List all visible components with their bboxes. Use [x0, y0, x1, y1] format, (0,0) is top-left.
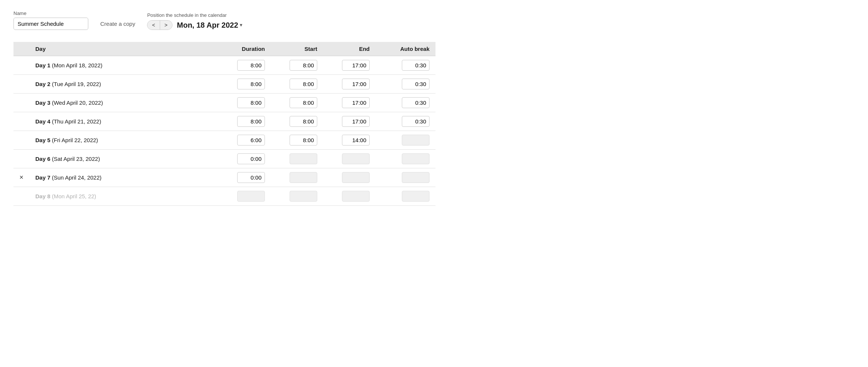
auto-break-input: [402, 135, 430, 146]
create-copy-link[interactable]: Create a copy: [100, 21, 135, 30]
page-container: Name Create a copy Position the schedule…: [0, 0, 449, 216]
row-icon-cell: [13, 150, 30, 168]
day-date: (Mon April 25, 22): [51, 193, 97, 199]
day-date: (Thu April 21, 2022): [51, 118, 101, 125]
date-picker-button[interactable]: Mon, 18 Apr 2022 ▾: [175, 21, 244, 30]
auto-break-input[interactable]: [402, 60, 430, 71]
top-section: Name Create a copy Position the schedule…: [13, 10, 435, 30]
nav-next-button[interactable]: >: [160, 21, 172, 30]
start-cell: [271, 112, 323, 131]
end-cell: [323, 75, 376, 94]
duration-input[interactable]: [237, 116, 265, 127]
duration-input[interactable]: [237, 153, 265, 164]
day-name: Day 3: [36, 100, 51, 106]
row-icon-cell: [13, 131, 30, 150]
auto-break-input: [402, 153, 430, 164]
auto-break-input[interactable]: [402, 116, 430, 127]
table-row: Day 5 (Fri April 22, 2022): [13, 131, 435, 150]
day-cell: Day 3 (Wed April 20, 2022): [30, 94, 211, 112]
day-name: Day 4: [36, 118, 51, 125]
name-group: Name: [13, 10, 88, 30]
date-caret-icon: ▾: [240, 22, 242, 28]
table-row: Day 1 (Mon April 18, 2022): [13, 56, 435, 75]
duration-input[interactable]: [237, 79, 265, 89]
calendar-position-label: Position the schedule in the calendar: [147, 12, 243, 18]
duration-cell: [211, 168, 271, 187]
start-input: [290, 172, 317, 183]
day-name: Day 8: [36, 193, 51, 199]
calendar-nav: < > Mon, 18 Apr 2022 ▾: [147, 20, 243, 30]
header-end: End: [323, 42, 376, 56]
duration-cell: [211, 150, 271, 168]
day-cell: Day 1 (Mon April 18, 2022): [30, 56, 211, 75]
duration-cell: [211, 131, 271, 150]
nav-prev-button[interactable]: <: [147, 21, 160, 30]
table-row: Day 2 (Tue April 19, 2022): [13, 75, 435, 94]
day-date: (Mon April 18, 2022): [51, 62, 103, 68]
start-input[interactable]: [290, 116, 317, 127]
day-cell: Day 7 (Sun April 24, 2022): [30, 168, 211, 187]
name-label: Name: [13, 10, 88, 16]
auto-break-input[interactable]: [402, 79, 430, 89]
header-icon-col: [13, 42, 30, 56]
day-date: (Sun April 24, 2022): [51, 174, 102, 181]
auto-break-cell: [376, 94, 435, 112]
start-cell: [271, 187, 323, 206]
duration-cell: [211, 75, 271, 94]
start-input[interactable]: [290, 60, 317, 71]
end-input[interactable]: [342, 116, 370, 127]
end-cell: [323, 56, 376, 75]
duration-input[interactable]: [237, 135, 265, 146]
end-cell: [323, 168, 376, 187]
end-input: [342, 191, 370, 202]
start-cell: [271, 168, 323, 187]
end-input: [342, 153, 370, 164]
end-input[interactable]: [342, 79, 370, 89]
table-row: Day 6 (Sat April 23, 2022): [13, 150, 435, 168]
auto-break-cell: [376, 56, 435, 75]
start-cell: [271, 150, 323, 168]
duration-cell: [211, 112, 271, 131]
day-name: Day 5: [36, 137, 51, 143]
start-input[interactable]: [290, 135, 317, 146]
day-date: (Tue April 19, 2022): [51, 81, 101, 87]
row-icon-cell: [13, 112, 30, 131]
end-input[interactable]: [342, 60, 370, 71]
table-header-row: Day Duration Start End Auto break: [13, 42, 435, 56]
row-icon-cell: [13, 75, 30, 94]
start-input[interactable]: [290, 79, 317, 89]
day-date: (Fri April 22, 2022): [51, 137, 98, 143]
start-cell: [271, 131, 323, 150]
end-cell: [323, 94, 376, 112]
end-cell: [323, 131, 376, 150]
day-date: (Sat April 23, 2022): [51, 156, 100, 162]
duration-input[interactable]: [237, 172, 265, 183]
header-auto-break: Auto break: [376, 42, 435, 56]
auto-break-cell: [376, 168, 435, 187]
start-cell: [271, 94, 323, 112]
start-cell: [271, 75, 323, 94]
start-input: [290, 153, 317, 164]
auto-break-input[interactable]: [402, 97, 430, 108]
end-input: [342, 172, 370, 183]
duration-input[interactable]: [237, 97, 265, 108]
row-delete-icon[interactable]: ×: [19, 174, 24, 181]
duration-cell: [211, 94, 271, 112]
end-cell: [323, 112, 376, 131]
duration-input[interactable]: [237, 60, 265, 71]
day-cell: Day 6 (Sat April 23, 2022): [30, 150, 211, 168]
duration-input: [237, 191, 265, 202]
table-row: Day 3 (Wed April 20, 2022): [13, 94, 435, 112]
day-name: Day 2: [36, 81, 51, 87]
duration-cell: [211, 56, 271, 75]
calendar-position-group: Position the schedule in the calendar < …: [147, 12, 243, 30]
end-input[interactable]: [342, 135, 370, 146]
name-input[interactable]: [13, 18, 88, 30]
start-input[interactable]: [290, 97, 317, 108]
day-date: (Wed April 20, 2022): [51, 100, 103, 106]
auto-break-input: [402, 172, 430, 183]
end-input[interactable]: [342, 97, 370, 108]
day-name: Day 6: [36, 156, 51, 162]
day-cell: Day 4 (Thu April 21, 2022): [30, 112, 211, 131]
row-icon-cell: [13, 187, 30, 206]
